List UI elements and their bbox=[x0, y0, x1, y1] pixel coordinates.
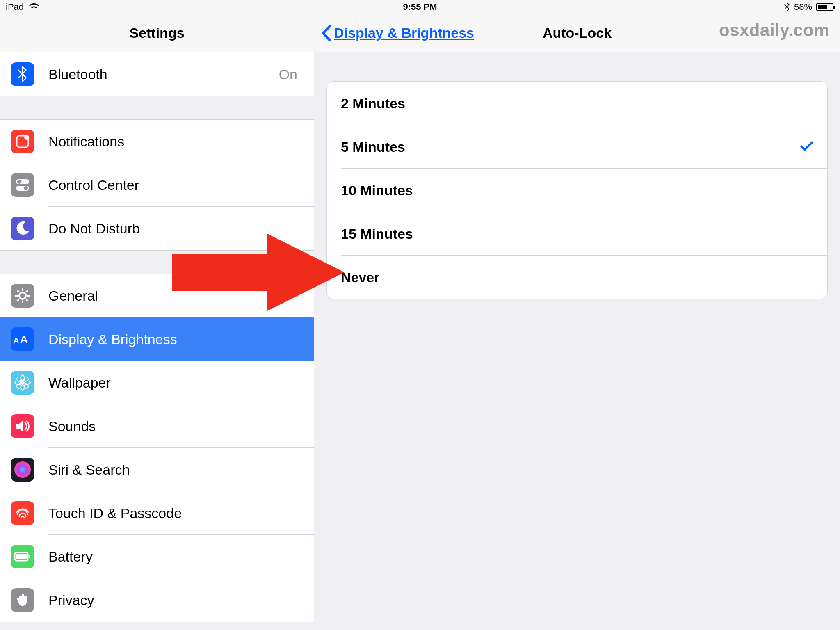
svg-point-18 bbox=[21, 375, 24, 381]
speaker-icon bbox=[11, 414, 34, 438]
svg-point-25 bbox=[17, 384, 21, 388]
option-label: 2 Minutes bbox=[341, 96, 405, 112]
status-bar: iPad 9:55 PM 58% bbox=[0, 0, 840, 14]
sidebar-item-label: Bluetooth bbox=[48, 66, 107, 82]
sidebar-item-label: Sounds bbox=[48, 418, 96, 434]
sidebar-item-touch-id-passcode[interactable]: Touch ID & Passcode bbox=[0, 491, 314, 535]
autolock-option[interactable]: 10 Minutes bbox=[327, 169, 827, 212]
svg-line-11 bbox=[17, 290, 19, 292]
battery-percent: 58% bbox=[794, 2, 812, 12]
svg-line-13 bbox=[26, 290, 28, 292]
sidebar-item-siri-search[interactable]: Siri & Search bbox=[0, 448, 314, 491]
svg-marker-30 bbox=[172, 233, 345, 311]
sidebar-item-value: On bbox=[279, 66, 297, 82]
back-label: Display & Brightness bbox=[334, 25, 474, 41]
svg-text:A: A bbox=[14, 336, 19, 345]
autolock-options: 2 Minutes5 Minutes10 Minutes15 MinutesNe… bbox=[326, 81, 828, 299]
bluetooth-icon bbox=[11, 62, 34, 86]
notifications-icon bbox=[11, 130, 34, 153]
settings-header: Settings bbox=[0, 14, 314, 52]
fingerprint-icon bbox=[11, 501, 34, 525]
sidebar-item-label: Notifications bbox=[48, 134, 124, 150]
aa-icon: AA bbox=[11, 327, 34, 351]
svg-text:A: A bbox=[20, 333, 28, 345]
sidebar-item-wallpaper[interactable]: Wallpaper bbox=[0, 361, 314, 404]
sidebar-item-sounds[interactable]: Sounds bbox=[0, 404, 314, 448]
gear-icon bbox=[11, 284, 34, 308]
sidebar-item-label: Touch ID & Passcode bbox=[48, 505, 182, 521]
sidebar-item-bluetooth[interactable]: BluetoothOn bbox=[0, 52, 314, 96]
sidebar-item-label: Control Center bbox=[48, 177, 139, 193]
svg-point-20 bbox=[15, 381, 21, 384]
hand-icon bbox=[11, 588, 34, 612]
autolock-option[interactable]: 2 Minutes bbox=[327, 82, 827, 125]
autolock-option[interactable]: 5 Minutes bbox=[327, 125, 827, 169]
clock: 9:55 PM bbox=[403, 2, 437, 12]
back-button[interactable]: Display & Brightness bbox=[322, 25, 474, 41]
sidebar-item-label: Battery bbox=[48, 549, 93, 565]
svg-line-12 bbox=[26, 299, 28, 301]
sidebar-item-display-brightness[interactable]: AADisplay & Brightness bbox=[0, 317, 314, 361]
svg-rect-28 bbox=[29, 555, 30, 558]
sidebar-item-control-center[interactable]: Control Center bbox=[0, 163, 314, 207]
option-label: 5 Minutes bbox=[341, 139, 405, 155]
sidebar-item-notifications[interactable]: Notifications bbox=[0, 120, 314, 163]
settings-sidebar: Settings BluetoothOnNotificationsControl… bbox=[0, 14, 314, 630]
svg-point-3 bbox=[17, 180, 21, 184]
sidebar-item-label: Privacy bbox=[48, 592, 94, 608]
svg-rect-29 bbox=[16, 554, 27, 559]
svg-point-19 bbox=[21, 385, 24, 390]
option-label: 10 Minutes bbox=[341, 183, 413, 199]
battery-icon bbox=[816, 3, 833, 11]
sidebar-item-label: Wallpaper bbox=[48, 375, 111, 391]
svg-point-26 bbox=[14, 461, 31, 478]
svg-point-17 bbox=[21, 381, 25, 385]
sidebar-item-privacy[interactable]: Privacy bbox=[0, 578, 314, 622]
sidebar-item-label: Siri & Search bbox=[48, 462, 130, 478]
option-label: Never bbox=[341, 269, 380, 285]
wifi-icon bbox=[29, 3, 39, 11]
checkmark-icon bbox=[800, 139, 813, 155]
svg-point-6 bbox=[19, 292, 26, 299]
moon-icon bbox=[11, 217, 34, 240]
detail-title: Auto-Lock bbox=[543, 25, 612, 41]
annotation-arrow-icon bbox=[172, 233, 345, 311]
device-label: iPad bbox=[6, 2, 24, 12]
svg-point-1 bbox=[24, 135, 29, 140]
toggles-icon bbox=[11, 173, 34, 197]
option-label: 15 Minutes bbox=[341, 226, 413, 242]
watermark: osxdaily.com bbox=[719, 21, 829, 40]
detail-pane: Display & Brightness Auto-Lock osxdaily.… bbox=[314, 14, 840, 630]
svg-point-5 bbox=[24, 186, 28, 190]
svg-line-14 bbox=[17, 299, 19, 301]
battery-icon bbox=[11, 545, 34, 568]
svg-point-24 bbox=[24, 377, 28, 381]
bluetooth-icon bbox=[784, 2, 790, 12]
sidebar-item-label: Do Not Disturb bbox=[48, 221, 140, 237]
settings-title: Settings bbox=[129, 25, 184, 41]
autolock-option[interactable]: 15 Minutes bbox=[327, 212, 827, 256]
flower-icon bbox=[11, 371, 34, 395]
svg-point-22 bbox=[17, 377, 21, 381]
sidebar-item-label: General bbox=[48, 288, 98, 304]
autolock-option[interactable]: Never bbox=[327, 256, 827, 299]
sidebar-item-label: Display & Brightness bbox=[48, 331, 177, 347]
svg-point-21 bbox=[25, 381, 30, 384]
svg-point-23 bbox=[24, 384, 28, 388]
sidebar-item-battery[interactable]: Battery bbox=[0, 535, 314, 578]
siri-icon bbox=[11, 458, 34, 482]
